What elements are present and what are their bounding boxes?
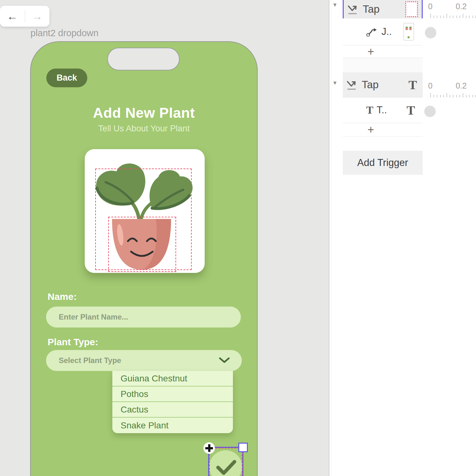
plant-type-label: Plant Type:	[48, 337, 98, 347]
trigger-label: Tap	[362, 79, 408, 91]
tap-gesture-icon	[346, 79, 358, 91]
dropdown-option[interactable]: Cactus	[112, 402, 233, 418]
section-gap	[343, 58, 423, 72]
selection-dashed-inner	[108, 217, 176, 272]
action-row-text[interactable]: T T.. T	[343, 97, 423, 123]
action-row-jump[interactable]: J..	[343, 18, 423, 45]
dropdown-option[interactable]: Snake Plant	[112, 418, 233, 433]
text-icon: T	[366, 104, 374, 116]
plant-type-dropdown-menu: Guiana Chestnut Pothos Cactus Snake Plan…	[112, 371, 233, 433]
dropdown-option[interactable]: Guiana Chestnut	[112, 371, 233, 387]
design-canvas: ← → plant2 dropdown Back Add New Plant T…	[0, 0, 476, 476]
name-field-label: Name:	[48, 291, 77, 302]
text-icon: T	[408, 77, 417, 92]
back-button[interactable]: Back	[46, 69, 87, 87]
canvas-nav-toolbar: ← →	[0, 6, 50, 27]
screen-title-label: plant2 dropdown	[30, 28, 98, 38]
plus-icon: +	[367, 46, 374, 57]
timeline-ruler	[423, 93, 476, 98]
disclosure-triangle-icon[interactable]: ▼	[332, 80, 338, 86]
page-title: Add New Plant	[31, 105, 257, 121]
timeline-ruler	[423, 13, 476, 18]
frame-thumbnail	[403, 23, 414, 41]
add-action-button[interactable]: +	[343, 45, 423, 58]
ruler-tick-label: 0	[428, 2, 433, 11]
ruler-tick-label: 0.2	[456, 2, 467, 11]
move-cursor-icon	[203, 442, 215, 454]
dropdown-option[interactable]: Pothos	[112, 387, 233, 402]
keyframe-dot[interactable]	[425, 27, 436, 38]
forward-arrow-icon[interactable]: →	[25, 10, 50, 23]
disclosure-triangle-icon[interactable]: ▼	[332, 2, 338, 8]
chevron-down-icon	[219, 357, 230, 364]
jump-icon	[366, 27, 378, 36]
add-trigger-button[interactable]: Add Trigger	[343, 151, 423, 175]
action-step-label: J..	[381, 26, 403, 37]
phone-frame: Back Add New Plant Tell Us About Your Pl…	[30, 41, 258, 476]
action-step-label: T..	[377, 104, 407, 116]
trigger-row-tap-1[interactable]: Tap	[343, 0, 423, 19]
plant-name-input[interactable]	[46, 307, 241, 327]
trigger-label: Tap	[363, 3, 405, 15]
text-icon: T	[407, 103, 415, 118]
ruler-tick-label: 0	[428, 81, 433, 90]
page-subtitle: Tell Us About Your Plant	[31, 124, 257, 134]
phone-notch	[107, 48, 180, 70]
plus-icon: +	[367, 124, 374, 136]
keyframe-dot[interactable]	[424, 106, 436, 117]
panel-gutter-line	[331, 0, 331, 476]
back-arrow-icon[interactable]: ←	[0, 10, 25, 23]
resize-handle[interactable]	[238, 443, 248, 452]
dotted-target-icon	[405, 1, 418, 17]
trigger-row-tap-2[interactable]: Tap T	[343, 72, 423, 97]
ruler-tick-label: 0.2	[456, 81, 467, 90]
plant-type-select[interactable]: Select Plant Type	[46, 350, 242, 371]
plant-type-select-value: Select Plant Type	[46, 356, 219, 365]
tap-gesture-icon	[347, 3, 359, 15]
add-action-button[interactable]: +	[343, 123, 423, 136]
plant-image-card	[85, 149, 205, 273]
